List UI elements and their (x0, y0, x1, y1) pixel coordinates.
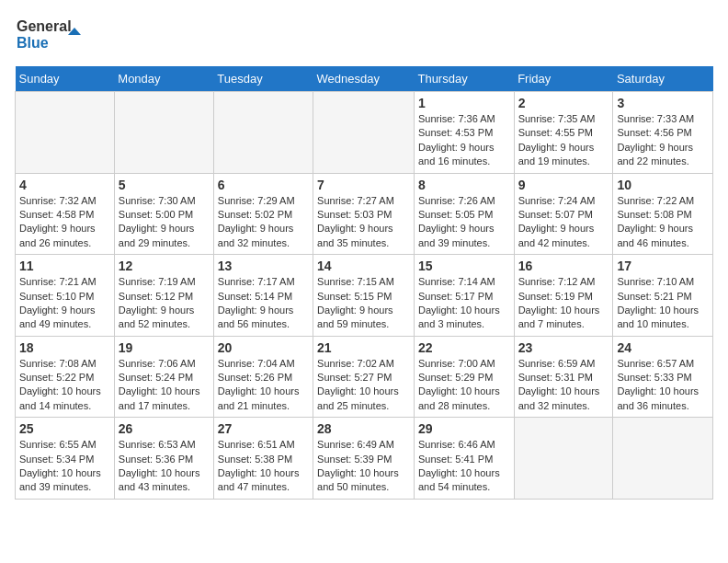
day-number: 17 (617, 259, 709, 273)
day-number: 28 (317, 421, 410, 436)
day-of-week-header: Wednesday (313, 66, 415, 92)
day-number: 24 (617, 340, 709, 355)
day-number: 23 (518, 340, 609, 355)
day-number: 8 (418, 178, 510, 192)
calendar-cell: 13Sunrise: 7:17 AM Sunset: 5:14 PM Dayli… (213, 255, 313, 337)
calendar-cell: 14Sunrise: 7:15 AM Sunset: 5:15 PM Dayli… (313, 255, 415, 337)
calendar-cell: 10Sunrise: 7:22 AM Sunset: 5:08 PM Dayli… (613, 173, 713, 255)
day-of-week-header: Friday (514, 66, 613, 92)
svg-text:General: General (17, 18, 72, 34)
calendar-cell: 2Sunrise: 7:35 AM Sunset: 4:55 PM Daylig… (514, 92, 613, 174)
day-of-week-header: Thursday (414, 66, 514, 92)
day-number: 9 (518, 178, 609, 192)
day-number: 7 (317, 178, 410, 192)
day-info: Sunrise: 7:14 AM Sunset: 5:17 PM Dayligh… (418, 275, 510, 332)
day-info: Sunrise: 7:08 AM Sunset: 5:22 PM Dayligh… (19, 357, 110, 414)
calendar-cell (114, 92, 213, 174)
calendar-cell: 18Sunrise: 7:08 AM Sunset: 5:22 PM Dayli… (16, 336, 115, 418)
day-number: 14 (317, 259, 410, 273)
calendar-cell: 6Sunrise: 7:29 AM Sunset: 5:02 PM Daylig… (213, 173, 313, 255)
calendar-week-row: 11Sunrise: 7:21 AM Sunset: 5:10 PM Dayli… (16, 255, 713, 337)
calendar-cell: 20Sunrise: 7:04 AM Sunset: 5:26 PM Dayli… (213, 336, 313, 418)
day-number: 19 (119, 340, 210, 355)
day-number: 25 (19, 421, 110, 436)
calendar-week-row: 4Sunrise: 7:32 AM Sunset: 4:58 PM Daylig… (16, 173, 713, 255)
calendar-cell (213, 92, 313, 174)
calendar-cell: 29Sunrise: 6:46 AM Sunset: 5:41 PM Dayli… (414, 418, 514, 500)
calendar-cell: 19Sunrise: 7:06 AM Sunset: 5:24 PM Dayli… (114, 336, 213, 418)
day-info: Sunrise: 6:51 AM Sunset: 5:38 PM Dayligh… (218, 438, 309, 495)
day-info: Sunrise: 7:35 AM Sunset: 4:55 PM Dayligh… (518, 112, 609, 169)
calendar-cell: 26Sunrise: 6:53 AM Sunset: 5:36 PM Dayli… (114, 418, 213, 500)
calendar-cell: 11Sunrise: 7:21 AM Sunset: 5:10 PM Dayli… (16, 255, 115, 337)
calendar-header: SundayMondayTuesdayWednesdayThursdayFrid… (16, 66, 713, 92)
day-number: 6 (218, 178, 309, 192)
day-info: Sunrise: 7:26 AM Sunset: 5:05 PM Dayligh… (418, 194, 510, 251)
day-info: Sunrise: 6:59 AM Sunset: 5:31 PM Dayligh… (518, 357, 609, 414)
calendar-cell: 5Sunrise: 7:30 AM Sunset: 5:00 PM Daylig… (114, 173, 213, 255)
day-info: Sunrise: 6:57 AM Sunset: 5:33 PM Dayligh… (617, 357, 709, 414)
calendar-cell: 27Sunrise: 6:51 AM Sunset: 5:38 PM Dayli… (213, 418, 313, 500)
day-info: Sunrise: 7:27 AM Sunset: 5:03 PM Dayligh… (317, 194, 410, 251)
calendar-cell: 23Sunrise: 6:59 AM Sunset: 5:31 PM Dayli… (514, 336, 613, 418)
calendar-cell: 9Sunrise: 7:24 AM Sunset: 5:07 PM Daylig… (514, 173, 613, 255)
calendar-cell (313, 92, 415, 174)
day-info: Sunrise: 7:15 AM Sunset: 5:15 PM Dayligh… (317, 275, 410, 332)
day-info: Sunrise: 7:21 AM Sunset: 5:10 PM Dayligh… (19, 275, 110, 332)
day-info: Sunrise: 7:32 AM Sunset: 4:58 PM Dayligh… (19, 194, 110, 251)
calendar-cell: 16Sunrise: 7:12 AM Sunset: 5:19 PM Dayli… (514, 255, 613, 337)
day-number: 5 (119, 178, 210, 192)
day-info: Sunrise: 7:10 AM Sunset: 5:21 PM Dayligh… (617, 275, 709, 332)
logo: GeneralBlue (15, 15, 88, 55)
calendar-cell: 4Sunrise: 7:32 AM Sunset: 4:58 PM Daylig… (16, 173, 115, 255)
day-number: 20 (218, 340, 309, 355)
svg-text:Blue: Blue (17, 35, 49, 51)
day-number: 27 (218, 421, 309, 436)
day-of-week-header: Tuesday (213, 66, 313, 92)
day-number: 4 (19, 178, 110, 192)
day-number: 26 (119, 421, 210, 436)
day-of-week-header: Saturday (613, 66, 713, 92)
day-of-week-header: Monday (114, 66, 213, 92)
day-of-week-header: Sunday (16, 66, 115, 92)
day-info: Sunrise: 7:19 AM Sunset: 5:12 PM Dayligh… (119, 275, 210, 332)
day-info: Sunrise: 7:04 AM Sunset: 5:26 PM Dayligh… (218, 357, 309, 414)
day-info: Sunrise: 7:30 AM Sunset: 5:00 PM Dayligh… (119, 194, 210, 251)
day-info: Sunrise: 6:53 AM Sunset: 5:36 PM Dayligh… (119, 438, 210, 495)
page-header: GeneralBlue (15, 15, 713, 55)
calendar-cell: 1Sunrise: 7:36 AM Sunset: 4:53 PM Daylig… (414, 92, 514, 174)
calendar-cell: 28Sunrise: 6:49 AM Sunset: 5:39 PM Dayli… (313, 418, 415, 500)
calendar-week-row: 25Sunrise: 6:55 AM Sunset: 5:34 PM Dayli… (16, 418, 713, 500)
day-number: 15 (418, 259, 510, 273)
day-info: Sunrise: 7:24 AM Sunset: 5:07 PM Dayligh… (518, 194, 609, 251)
calendar-cell (514, 418, 613, 500)
day-number: 1 (418, 96, 510, 110)
calendar-cell: 8Sunrise: 7:26 AM Sunset: 5:05 PM Daylig… (414, 173, 514, 255)
day-number: 22 (418, 340, 510, 355)
calendar-cell: 3Sunrise: 7:33 AM Sunset: 4:56 PM Daylig… (613, 92, 713, 174)
day-number: 16 (518, 259, 609, 273)
calendar-cell: 15Sunrise: 7:14 AM Sunset: 5:17 PM Dayli… (414, 255, 514, 337)
calendar-cell (613, 418, 713, 500)
calendar-cell: 7Sunrise: 7:27 AM Sunset: 5:03 PM Daylig… (313, 173, 415, 255)
calendar-cell: 25Sunrise: 6:55 AM Sunset: 5:34 PM Dayli… (16, 418, 115, 500)
day-info: Sunrise: 7:12 AM Sunset: 5:19 PM Dayligh… (518, 275, 609, 332)
day-info: Sunrise: 7:02 AM Sunset: 5:27 PM Dayligh… (317, 357, 410, 414)
day-number: 10 (617, 178, 709, 192)
calendar-cell: 22Sunrise: 7:00 AM Sunset: 5:29 PM Dayli… (414, 336, 514, 418)
calendar-cell: 17Sunrise: 7:10 AM Sunset: 5:21 PM Dayli… (613, 255, 713, 337)
day-number: 11 (19, 259, 110, 273)
calendar-cell (16, 92, 115, 174)
calendar-week-row: 1Sunrise: 7:36 AM Sunset: 4:53 PM Daylig… (16, 92, 713, 174)
day-number: 12 (119, 259, 210, 273)
calendar-table: SundayMondayTuesdayWednesdayThursdayFrid… (15, 66, 713, 500)
calendar-cell: 24Sunrise: 6:57 AM Sunset: 5:33 PM Dayli… (613, 336, 713, 418)
day-info: Sunrise: 6:46 AM Sunset: 5:41 PM Dayligh… (418, 438, 510, 495)
logo-svg: GeneralBlue (15, 15, 88, 55)
calendar-cell: 21Sunrise: 7:02 AM Sunset: 5:27 PM Dayli… (313, 336, 415, 418)
calendar-cell: 12Sunrise: 7:19 AM Sunset: 5:12 PM Dayli… (114, 255, 213, 337)
day-info: Sunrise: 7:17 AM Sunset: 5:14 PM Dayligh… (218, 275, 309, 332)
calendar-week-row: 18Sunrise: 7:08 AM Sunset: 5:22 PM Dayli… (16, 336, 713, 418)
day-number: 18 (19, 340, 110, 355)
day-number: 2 (518, 96, 609, 110)
